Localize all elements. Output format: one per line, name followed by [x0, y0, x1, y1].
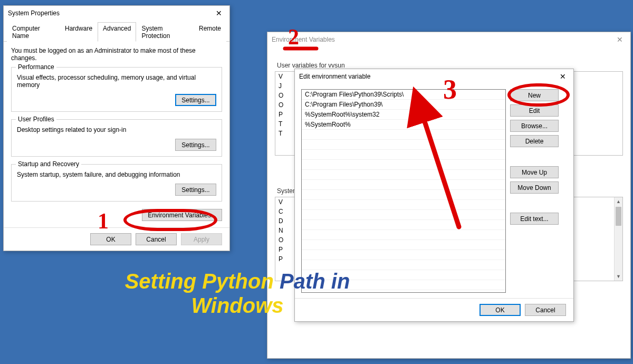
path-item-empty[interactable] — [302, 190, 505, 200]
startup-recovery-group: Startup and Recovery System startup, sys… — [11, 164, 222, 202]
editdlg-title: Edit environment variable — [299, 73, 370, 80]
apply-button[interactable]: Apply — [181, 233, 222, 245]
list-item: N — [279, 227, 283, 234]
tab-computer-name[interactable]: Computer Name — [7, 22, 60, 42]
new-button[interactable]: New — [510, 89, 559, 101]
list-item: T — [279, 130, 282, 137]
performance-settings-button[interactable]: Settings... — [175, 94, 216, 106]
close-icon[interactable]: ✕ — [557, 72, 569, 81]
move-down-button[interactable]: Move Down — [510, 181, 559, 194]
performance-group: Performance Visual effects, processor sc… — [11, 67, 222, 112]
path-item-empty[interactable] — [302, 230, 505, 240]
sysprops-title: System Properties — [8, 9, 60, 17]
sysprops-titlebar: System Properties ✕ — [4, 6, 229, 21]
ok-button[interactable]: OK — [479, 304, 521, 316]
close-icon[interactable]: ✕ — [213, 9, 225, 17]
editdlg-button-column: New Edit Browse... Delete Move Up Move D… — [510, 89, 559, 293]
path-item[interactable]: C:\Program Files\Python39\ — [302, 100, 505, 110]
path-item-empty[interactable] — [302, 210, 505, 220]
tab-hardware[interactable]: Hardware — [60, 22, 98, 42]
list-item: T — [279, 120, 282, 128]
startup-recovery-desc: System startup, system failure, and debu… — [17, 171, 216, 178]
path-item-empty[interactable] — [302, 140, 505, 150]
list-item: J — [279, 82, 282, 90]
user-profiles-legend: User Profiles — [16, 116, 56, 123]
path-item-empty[interactable] — [302, 150, 505, 160]
cancel-button[interactable]: Cancel — [525, 304, 566, 316]
caption-text: Setting Python — [125, 270, 280, 293]
tab-remote[interactable]: Remote — [194, 22, 226, 42]
caption-text-blue: Path in — [280, 270, 350, 293]
list-item: V — [279, 198, 283, 206]
close-icon[interactable]: ✕ — [613, 35, 626, 44]
path-entries-list[interactable]: C:\Program Files\Python39\Scripts\ C:\Pr… — [301, 89, 506, 293]
browse-button[interactable]: Browse... — [510, 120, 559, 132]
chevron-up-icon[interactable]: ▲ — [615, 197, 622, 206]
path-item[interactable]: %SystemRoot%\system32 — [302, 110, 505, 120]
list-item: O — [279, 92, 283, 99]
list-item: D — [279, 217, 283, 225]
user-profiles-group: User Profiles Desktop settings related t… — [11, 119, 222, 157]
cancel-button[interactable]: Cancel — [136, 233, 177, 245]
tab-system-protection[interactable]: System Protection — [136, 22, 194, 42]
performance-legend: Performance — [16, 63, 56, 71]
path-item[interactable]: %SystemRoot% — [302, 120, 505, 130]
list-item: O — [279, 236, 283, 244]
admin-note: You must be logged on as an Administrato… — [11, 47, 222, 62]
envvars-title: Environment Variables — [272, 36, 335, 43]
performance-desc: Visual effects, processor scheduling, me… — [17, 74, 216, 89]
editdlg-titlebar: Edit environment variable ✕ — [295, 69, 573, 84]
list-item: P — [279, 246, 283, 253]
edit-text-button[interactable]: Edit text... — [510, 213, 559, 225]
startup-recovery-legend: Startup and Recovery — [16, 160, 81, 168]
path-item-empty[interactable] — [302, 250, 505, 260]
list-item: O — [279, 101, 283, 109]
list-item: V — [279, 73, 283, 80]
move-up-button[interactable]: Move Up — [510, 166, 559, 178]
user-variables-label: User variables for vvsun — [277, 62, 623, 69]
list-item: P — [279, 111, 283, 118]
path-item-empty[interactable] — [302, 240, 505, 250]
path-item-empty[interactable] — [302, 220, 505, 230]
edit-button[interactable]: Edit — [510, 104, 559, 117]
path-item[interactable]: C:\Program Files\Python39\Scripts\ — [302, 90, 505, 100]
list-item: P — [279, 255, 283, 263]
path-item-empty[interactable] — [302, 130, 505, 140]
caption-overlay: Setting Python Path in Windows — [32, 269, 443, 318]
path-item-empty[interactable] — [302, 200, 505, 210]
path-item-empty[interactable] — [302, 180, 505, 190]
user-profiles-desc: Desktop settings related to your sign-in — [17, 126, 216, 133]
scrollbar[interactable]: ▲ ▼ — [614, 197, 622, 281]
delete-button[interactable]: Delete — [510, 135, 559, 147]
sysprops-dialog-buttons: OK Cancel Apply — [4, 227, 229, 251]
envvars-titlebar: Environment Variables ✕ — [267, 32, 630, 47]
environment-variables-button[interactable]: Environment Variables... — [142, 209, 222, 221]
system-properties-window: System Properties ✕ Computer Name Hardwa… — [3, 5, 230, 251]
chevron-down-icon[interactable]: ▼ — [615, 272, 622, 281]
list-item: C — [279, 208, 283, 215]
path-item-empty[interactable] — [302, 160, 505, 170]
sysprops-tabs: Computer Name Hardware Advanced System P… — [4, 22, 229, 42]
tab-advanced[interactable]: Advanced — [98, 22, 136, 42]
ok-button[interactable]: OK — [90, 233, 131, 245]
user-profiles-settings-button[interactable]: Settings... — [175, 139, 216, 151]
path-item-empty[interactable] — [302, 170, 505, 180]
caption-text: Windows — [191, 294, 283, 317]
startup-recovery-settings-button[interactable]: Settings... — [175, 184, 216, 196]
scroll-thumb[interactable] — [616, 207, 621, 226]
